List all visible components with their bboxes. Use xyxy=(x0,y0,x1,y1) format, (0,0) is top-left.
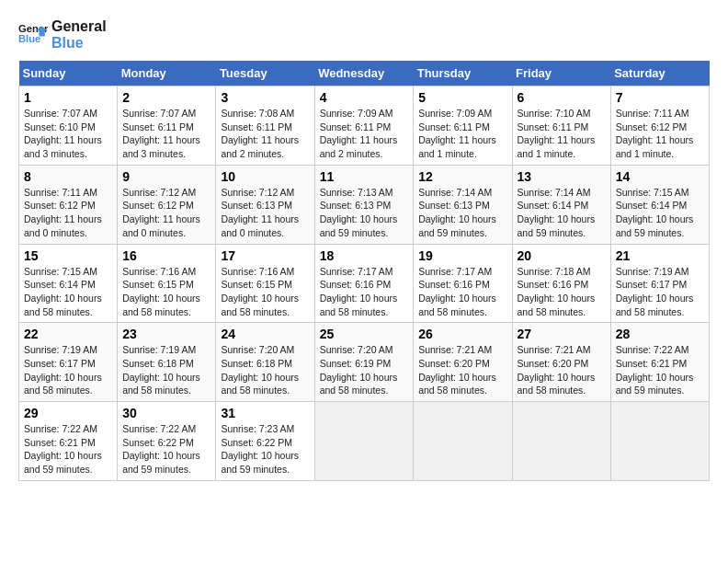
day-cell-5: 5 Sunrise: 7:09 AM Sunset: 6:11 PM Dayli… xyxy=(414,86,512,166)
day-number: 14 xyxy=(616,169,704,184)
day-cell-28: 28 Sunrise: 7:22 AM Sunset: 6:21 PM Dayl… xyxy=(610,323,709,402)
day-number: 1 xyxy=(24,90,112,105)
day-info: Sunrise: 7:19 AM Sunset: 6:17 PM Dayligh… xyxy=(616,265,704,319)
day-number: 3 xyxy=(221,90,309,105)
day-info: Sunrise: 7:12 AM Sunset: 6:13 PM Dayligh… xyxy=(221,186,309,240)
day-info: Sunrise: 7:14 AM Sunset: 6:14 PM Dayligh… xyxy=(518,186,606,240)
day-cell-22: 22 Sunrise: 7:19 AM Sunset: 6:17 PM Dayl… xyxy=(19,323,118,402)
logo-general: General xyxy=(51,18,107,35)
day-cell-19: 19 Sunrise: 7:17 AM Sunset: 6:16 PM Dayl… xyxy=(414,244,512,323)
day-number: 30 xyxy=(122,406,210,420)
day-info: Sunrise: 7:16 AM Sunset: 6:15 PM Dayligh… xyxy=(221,265,309,319)
day-cell-14: 14 Sunrise: 7:15 AM Sunset: 6:14 PM Dayl… xyxy=(610,165,709,244)
day-number: 13 xyxy=(518,169,606,184)
day-number: 18 xyxy=(320,248,409,263)
day-info: Sunrise: 7:17 AM Sunset: 6:16 PM Dayligh… xyxy=(418,265,506,319)
day-cell-12: 12 Sunrise: 7:14 AM Sunset: 6:13 PM Dayl… xyxy=(414,165,512,244)
header-thursday: Thursday xyxy=(414,61,512,86)
week-row-3: 15 Sunrise: 7:15 AM Sunset: 6:14 PM Dayl… xyxy=(19,244,710,323)
day-number: 16 xyxy=(122,248,210,263)
day-number: 24 xyxy=(221,327,309,341)
day-number: 15 xyxy=(24,248,112,263)
day-number: 20 xyxy=(518,248,606,263)
day-info: Sunrise: 7:10 AM Sunset: 6:11 PM Dayligh… xyxy=(518,107,606,161)
day-cell-10: 10 Sunrise: 7:12 AM Sunset: 6:13 PM Dayl… xyxy=(216,165,314,244)
day-info: Sunrise: 7:15 AM Sunset: 6:14 PM Dayligh… xyxy=(616,186,704,240)
day-info: Sunrise: 7:20 AM Sunset: 6:19 PM Dayligh… xyxy=(320,343,409,397)
day-cell-26: 26 Sunrise: 7:21 AM Sunset: 6:20 PM Dayl… xyxy=(414,323,512,402)
header-wednesday: Wednesday xyxy=(314,61,414,86)
day-number: 23 xyxy=(122,327,210,341)
day-number: 31 xyxy=(221,406,309,420)
day-cell-3: 3 Sunrise: 7:08 AM Sunset: 6:11 PM Dayli… xyxy=(216,86,314,166)
day-number: 21 xyxy=(616,248,704,263)
day-info: Sunrise: 7:07 AM Sunset: 6:10 PM Dayligh… xyxy=(24,107,112,161)
day-cell-23: 23 Sunrise: 7:19 AM Sunset: 6:18 PM Dayl… xyxy=(118,323,216,402)
day-info: Sunrise: 7:09 AM Sunset: 6:11 PM Dayligh… xyxy=(320,107,409,161)
day-info: Sunrise: 7:22 AM Sunset: 6:21 PM Dayligh… xyxy=(616,343,704,397)
day-cell-11: 11 Sunrise: 7:13 AM Sunset: 6:13 PM Dayl… xyxy=(314,165,414,244)
header-saturday: Saturday xyxy=(610,61,709,86)
header: General Blue General Blue xyxy=(18,18,710,52)
svg-text:Blue: Blue xyxy=(18,33,40,44)
day-cell-2: 2 Sunrise: 7:07 AM Sunset: 6:11 PM Dayli… xyxy=(118,86,216,166)
day-info: Sunrise: 7:15 AM Sunset: 6:14 PM Dayligh… xyxy=(24,265,112,319)
day-info: Sunrise: 7:22 AM Sunset: 6:21 PM Dayligh… xyxy=(24,422,112,477)
day-number: 17 xyxy=(221,248,309,263)
day-info: Sunrise: 7:14 AM Sunset: 6:13 PM Dayligh… xyxy=(418,186,506,240)
day-cell-20: 20 Sunrise: 7:18 AM Sunset: 6:16 PM Dayl… xyxy=(512,244,610,323)
empty-cell-w4-d4 xyxy=(414,402,512,481)
day-info: Sunrise: 7:13 AM Sunset: 6:13 PM Dayligh… xyxy=(320,186,409,240)
day-info: Sunrise: 7:21 AM Sunset: 6:20 PM Dayligh… xyxy=(518,343,606,397)
day-number: 11 xyxy=(320,169,409,184)
empty-cell-w4-d3 xyxy=(314,402,414,481)
weekday-header-row: Sunday Monday Tuesday Wednesday Thursday… xyxy=(19,61,710,86)
day-number: 29 xyxy=(24,406,112,420)
empty-cell-w4-d5 xyxy=(512,402,610,481)
day-info: Sunrise: 7:09 AM Sunset: 6:11 PM Dayligh… xyxy=(418,107,506,161)
header-sunday: Sunday xyxy=(19,61,118,86)
day-number: 4 xyxy=(320,90,409,105)
day-number: 2 xyxy=(122,90,210,105)
empty-cell-w4-d6 xyxy=(610,402,709,481)
day-info: Sunrise: 7:19 AM Sunset: 6:17 PM Dayligh… xyxy=(24,343,112,397)
day-number: 9 xyxy=(122,169,210,184)
day-cell-31: 31 Sunrise: 7:23 AM Sunset: 6:22 PM Dayl… xyxy=(216,402,314,481)
day-info: Sunrise: 7:12 AM Sunset: 6:12 PM Dayligh… xyxy=(122,186,210,240)
logo: General Blue General Blue xyxy=(18,18,107,52)
day-cell-15: 15 Sunrise: 7:15 AM Sunset: 6:14 PM Dayl… xyxy=(19,244,118,323)
day-number: 12 xyxy=(418,169,506,184)
header-friday: Friday xyxy=(512,61,610,86)
day-cell-29: 29 Sunrise: 7:22 AM Sunset: 6:21 PM Dayl… xyxy=(19,402,118,481)
day-number: 10 xyxy=(221,169,309,184)
day-cell-25: 25 Sunrise: 7:20 AM Sunset: 6:19 PM Dayl… xyxy=(314,323,414,402)
day-cell-30: 30 Sunrise: 7:22 AM Sunset: 6:22 PM Dayl… xyxy=(118,402,216,481)
day-cell-17: 17 Sunrise: 7:16 AM Sunset: 6:15 PM Dayl… xyxy=(216,244,314,323)
day-number: 27 xyxy=(518,327,606,341)
week-row-2: 8 Sunrise: 7:11 AM Sunset: 6:12 PM Dayli… xyxy=(19,165,710,244)
day-cell-9: 9 Sunrise: 7:12 AM Sunset: 6:12 PM Dayli… xyxy=(118,165,216,244)
day-number: 28 xyxy=(616,327,704,341)
day-cell-21: 21 Sunrise: 7:19 AM Sunset: 6:17 PM Dayl… xyxy=(610,244,709,323)
day-cell-1: 1 Sunrise: 7:07 AM Sunset: 6:10 PM Dayli… xyxy=(19,86,118,166)
day-cell-24: 24 Sunrise: 7:20 AM Sunset: 6:18 PM Dayl… xyxy=(216,323,314,402)
day-number: 6 xyxy=(518,90,606,105)
day-info: Sunrise: 7:11 AM Sunset: 6:12 PM Dayligh… xyxy=(616,107,704,161)
day-info: Sunrise: 7:23 AM Sunset: 6:22 PM Dayligh… xyxy=(221,422,309,477)
day-number: 25 xyxy=(320,327,409,341)
day-cell-4: 4 Sunrise: 7:09 AM Sunset: 6:11 PM Dayli… xyxy=(314,86,414,166)
day-cell-7: 7 Sunrise: 7:11 AM Sunset: 6:12 PM Dayli… xyxy=(610,86,709,166)
day-info: Sunrise: 7:20 AM Sunset: 6:18 PM Dayligh… xyxy=(221,343,309,397)
calendar: Sunday Monday Tuesday Wednesday Thursday… xyxy=(18,61,710,481)
week-row-5: 29 Sunrise: 7:22 AM Sunset: 6:21 PM Dayl… xyxy=(19,402,710,481)
day-number: 7 xyxy=(616,90,704,105)
day-number: 26 xyxy=(418,327,506,341)
logo-icon: General Blue xyxy=(18,20,48,50)
header-tuesday: Tuesday xyxy=(216,61,314,86)
day-info: Sunrise: 7:21 AM Sunset: 6:20 PM Dayligh… xyxy=(418,343,506,397)
day-info: Sunrise: 7:22 AM Sunset: 6:22 PM Dayligh… xyxy=(122,422,210,477)
day-info: Sunrise: 7:17 AM Sunset: 6:16 PM Dayligh… xyxy=(320,265,409,319)
day-cell-16: 16 Sunrise: 7:16 AM Sunset: 6:15 PM Dayl… xyxy=(118,244,216,323)
day-cell-13: 13 Sunrise: 7:14 AM Sunset: 6:14 PM Dayl… xyxy=(512,165,610,244)
day-number: 8 xyxy=(24,169,112,184)
